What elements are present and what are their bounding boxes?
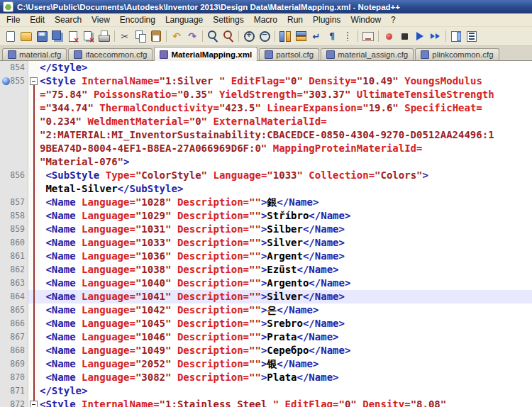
save-icon[interactable] xyxy=(35,29,49,43)
menu-item-plugins[interactable]: Plugins xyxy=(308,14,345,26)
line-number[interactable] xyxy=(0,88,28,101)
code-text[interactable]: <Style InternalName="1:Silver " EditFlag… xyxy=(40,74,532,88)
code-row[interactable]: 871</Style> xyxy=(0,384,532,398)
line-number[interactable]: 862 xyxy=(0,263,28,277)
save-all-icon[interactable] xyxy=(50,29,65,43)
line-number[interactable]: 859 xyxy=(0,223,28,236)
code-row[interactable]: 864 <Name Language="1041" Description=""… xyxy=(0,290,532,303)
code-text[interactable]: <Name Language="1031" Description="">Sil… xyxy=(40,223,532,236)
menu-item-edit[interactable]: Edit xyxy=(25,14,50,26)
sync-horizontal-icon[interactable] xyxy=(294,29,308,43)
code-row[interactable]: 867 <Name Language="1046" Description=""… xyxy=(0,330,532,344)
code-text[interactable]: <Name Language="1028" Description="">銀</… xyxy=(40,196,532,209)
cut-icon[interactable] xyxy=(118,29,132,43)
code-text[interactable]: <Name Language="1038" Description="">Ezü… xyxy=(40,263,532,277)
new-file-icon[interactable] xyxy=(4,29,18,43)
code-text[interactable]: </Style> xyxy=(40,61,532,74)
menu-item-file[interactable]: File xyxy=(1,14,25,26)
code-row[interactable]: 869 <Name Language="2052" Description=""… xyxy=(0,357,532,371)
line-number[interactable]: 855 xyxy=(0,74,28,88)
code-text[interactable]: ="75.84" PoissonsRatio="0.35" YieldStren… xyxy=(40,88,532,101)
code-text[interactable]: <Name Language="1040" Description="">Arg… xyxy=(40,277,532,290)
code-row[interactable]: 868 <Name Language="1049" Description=""… xyxy=(0,344,532,357)
close-icon[interactable] xyxy=(66,29,80,43)
line-number[interactable] xyxy=(0,182,28,196)
code-text[interactable]: Metal-Silver</SubStyle> xyxy=(40,182,532,196)
code-row[interactable]: 859 <Name Language="1031" Description=""… xyxy=(0,223,532,236)
code-text[interactable]: "Material-076"> xyxy=(40,155,532,169)
menu-item-encoding[interactable]: Encoding xyxy=(115,14,160,26)
line-number[interactable] xyxy=(0,142,28,155)
tab-partsol-cfg[interactable]: partsol.cfg xyxy=(259,48,319,60)
line-number[interactable]: 856 xyxy=(0,169,28,182)
code-text[interactable]: <Name Language="2052" Description="">银</… xyxy=(40,357,532,371)
tab-ifacecommon-cfg[interactable]: ifacecommon.cfg xyxy=(68,48,153,60)
editor[interactable]: 854</Style>855<Style InternalName="1:Sil… xyxy=(0,61,532,407)
code-text[interactable]: "0.234" WeldmentMaterial="0" ExternalMat… xyxy=(40,115,532,128)
line-number[interactable] xyxy=(0,128,28,142)
line-number[interactable]: 863 xyxy=(0,277,28,290)
tab-plinkcommon-cfg[interactable]: plinkcommon.cfg xyxy=(415,48,499,60)
code-row[interactable]: 856 <SubStyle Type="ColorStyle" Language… xyxy=(0,169,532,182)
code-row[interactable]: ="344.74" ThermalConductivity="423.5" Li… xyxy=(0,101,532,115)
line-number[interactable]: 858 xyxy=(0,209,28,223)
code-row[interactable]: 862 <Name Language="1038" Description=""… xyxy=(0,263,532,277)
line-number[interactable]: 854 xyxy=(0,61,28,74)
line-number[interactable]: 872 xyxy=(0,398,28,407)
code-text[interactable]: <Name Language="3082" Description="">Pla… xyxy=(40,371,532,384)
bookmark-icon[interactable] xyxy=(2,77,10,85)
menu-item-view[interactable]: View xyxy=(87,14,115,26)
line-number[interactable]: 857 xyxy=(0,196,28,209)
macro-run-multiple-icon[interactable] xyxy=(428,29,443,43)
code-row[interactable]: 858 <Name Language="1029" Description=""… xyxy=(0,209,532,223)
menu-item-search[interactable]: Search xyxy=(50,14,87,26)
code-text[interactable]: <Name Language="1041" Description="">Sil… xyxy=(40,290,532,303)
code-row[interactable]: 855<Style InternalName="1:Silver " EditF… xyxy=(0,74,532,88)
word-wrap-icon[interactable] xyxy=(309,29,323,43)
redo-icon[interactable] xyxy=(185,29,199,43)
line-number[interactable] xyxy=(0,101,28,115)
line-number[interactable]: 870 xyxy=(0,371,28,384)
copy-icon[interactable] xyxy=(133,29,148,43)
find-icon[interactable] xyxy=(206,29,220,43)
print-icon[interactable] xyxy=(97,29,111,43)
fold-marker-open[interactable] xyxy=(30,401,38,407)
code-text[interactable]: <Name Language="1042" Description="">은</… xyxy=(40,303,532,317)
line-number[interactable]: 866 xyxy=(0,317,28,330)
code-row[interactable]: "0.234" WeldmentMaterial="0" ExternalMat… xyxy=(0,115,532,128)
tab-material-cfg[interactable]: material.cfg xyxy=(2,48,67,60)
open-file-icon[interactable] xyxy=(19,29,33,43)
menu-item-macro[interactable]: Macro xyxy=(249,14,282,26)
document-map-icon[interactable] xyxy=(449,29,463,43)
fold-marker-open[interactable] xyxy=(30,77,38,85)
code-text[interactable]: <Name Language="1029" Description="">Stř… xyxy=(40,209,532,223)
menu-item-language[interactable]: Language xyxy=(160,14,208,26)
code-text[interactable]: <Name Language="1045" Description="">Sre… xyxy=(40,317,532,330)
code-text[interactable]: 9BEA74D-8004-4EF1-B8EA-27A066969D6F:0" M… xyxy=(40,142,532,155)
line-number[interactable]: 869 xyxy=(0,357,28,371)
zoom-out-icon[interactable] xyxy=(257,29,272,43)
line-number[interactable]: 865 xyxy=(0,303,28,317)
code-row[interactable]: 865 <Name Language="1042" Description=""… xyxy=(0,303,532,317)
code-text[interactable]: <Name Language="1036" Description="">Arg… xyxy=(40,250,532,263)
code-text[interactable]: ="344.74" ThermalConductivity="423.5" Li… xyxy=(40,101,532,115)
code-row[interactable]: 857 <Name Language="1028" Description=""… xyxy=(0,196,532,209)
code-row[interactable]: "2:MATERIAL:MI_InventorSustainability:CB… xyxy=(0,128,532,142)
code-text[interactable]: <Name Language="1033" Description="">Sil… xyxy=(40,236,532,250)
menu-item-settings[interactable]: Settings xyxy=(208,14,248,26)
line-number[interactable]: 860 xyxy=(0,236,28,250)
macro-stop-icon[interactable] xyxy=(397,29,411,43)
line-number[interactable]: 867 xyxy=(0,330,28,344)
tab-materialmapping-xml[interactable]: MaterialMapping.xml xyxy=(154,47,257,61)
show-indent-guide-icon[interactable] xyxy=(340,29,355,43)
code-text[interactable]: <Name Language="1049" Description="">Сер… xyxy=(40,344,532,357)
line-number[interactable]: 868 xyxy=(0,344,28,357)
menu-item-window[interactable]: Window xyxy=(345,14,386,26)
sync-vertical-icon[interactable] xyxy=(278,29,292,43)
menu-item-run[interactable]: Run xyxy=(282,14,308,26)
code-text[interactable]: <SubStyle Type="ColorStyle" Language="10… xyxy=(40,169,532,182)
line-number[interactable] xyxy=(0,115,28,128)
line-number[interactable]: 864 xyxy=(0,290,28,303)
code-row[interactable]: 870 <Name Language="3082" Description=""… xyxy=(0,371,532,384)
line-number[interactable] xyxy=(0,155,28,169)
